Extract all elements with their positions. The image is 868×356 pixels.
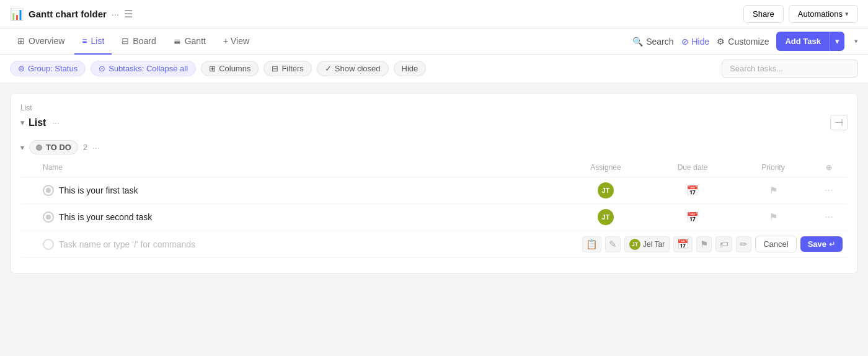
share-button[interactable]: Share: [743, 5, 784, 23]
columns-icon: ⊞: [209, 64, 216, 73]
collapse-icon[interactable]: ⊣: [830, 115, 848, 130]
overview-icon: ⊞: [17, 36, 25, 46]
status-group: ▾ TO DO 2 ··· Name Assignee Due date Pri…: [20, 140, 848, 258]
add-task-dropdown-button[interactable]: ▾: [830, 32, 844, 51]
tab-list[interactable]: ≡ List: [74, 29, 112, 55]
tab-board[interactable]: ⊟ Board: [114, 29, 163, 55]
status-count: 2: [83, 143, 87, 152]
search-label: Search: [646, 37, 673, 47]
nav-more-icon[interactable]: ▾: [854, 37, 858, 45]
new-task-action-flag[interactable]: ⚑: [696, 236, 712, 252]
tab-board-label: Board: [133, 36, 156, 46]
avatar-2[interactable]: JT: [598, 209, 614, 225]
customize-label: Customize: [728, 37, 769, 47]
due-date-icon-2[interactable]: 📅: [686, 211, 699, 223]
new-task-action-1[interactable]: 📋: [582, 236, 601, 252]
folder-dots-icon[interactable]: ···: [112, 9, 119, 19]
columns-chip[interactable]: ⊞ Columns: [201, 61, 259, 76]
save-button[interactable]: Save ↵: [800, 236, 843, 252]
due-date-cell-2: 📅: [649, 211, 736, 223]
save-label: Save: [808, 239, 826, 249]
status-badge: TO DO: [29, 140, 78, 154]
task-circle-1[interactable]: [43, 185, 54, 196]
search-icon: 🔍: [632, 37, 643, 47]
board-icon: ⊟: [122, 36, 129, 46]
priority-icon-2[interactable]: ⚑: [769, 211, 777, 223]
task-name-1[interactable]: This is your first task: [59, 185, 138, 195]
task-more-icon-1[interactable]: ···: [825, 185, 833, 196]
top-bar: 📊 Gantt chart folder ··· ☰ Share Automat…: [0, 0, 868, 29]
new-task-action-tag[interactable]: 🏷: [715, 236, 732, 252]
filters-chip[interactable]: ⊟ Filters: [264, 61, 311, 76]
add-task-button[interactable]: Add Task: [776, 32, 830, 51]
table-row: This is your second task JT 📅 ⚑ ···: [20, 204, 848, 231]
nav-tabs: ⊞ Overview ≡ List ⊟ Board ≣ Gantt + View…: [0, 29, 868, 55]
show-closed-label: Show closed: [335, 64, 381, 73]
list-container: List ▾ List ··· ⊣ ▾ TO DO 2 ·: [10, 93, 858, 274]
tab-list-label: List: [91, 36, 105, 46]
add-task-chevron-icon: ▾: [835, 37, 839, 46]
priority-cell-1: ⚑: [736, 185, 810, 196]
show-closed-chip[interactable]: ✓ Show closed: [317, 61, 389, 76]
filters-label: Filters: [281, 64, 303, 73]
task-circle-inner-2: [46, 215, 51, 220]
task-circle-2[interactable]: [43, 211, 54, 223]
status-more-icon[interactable]: ···: [92, 143, 100, 153]
tab-add-view[interactable]: + View: [216, 29, 257, 55]
search-tasks-input[interactable]: [722, 60, 858, 78]
group-status-chip[interactable]: ⊚ Group: Status: [10, 61, 86, 76]
task-name-cell-1: This is your first task: [43, 185, 562, 196]
customize-icon: ⚙: [717, 37, 725, 47]
list-header-label: List: [20, 104, 848, 112]
group-status-label: Group: Status: [28, 64, 78, 73]
hide-action[interactable]: ⊘ Hide: [681, 32, 710, 51]
new-task-assignee[interactable]: JT Jel Tar: [624, 236, 670, 252]
status-dot: [36, 145, 42, 151]
cancel-button[interactable]: Cancel: [755, 236, 796, 252]
avatar-1[interactable]: JT: [598, 182, 614, 198]
show-closed-icon: ✓: [325, 64, 332, 73]
new-task-input[interactable]: [59, 239, 282, 249]
col-add-header[interactable]: ⊕: [810, 163, 848, 172]
hide-toolbar-label: Hide: [402, 64, 418, 73]
new-task-action-due[interactable]: 📅: [673, 236, 693, 252]
tab-add-view-label: + View: [223, 36, 249, 46]
nav-tabs-left: ⊞ Overview ≡ List ⊟ Board ≣ Gantt + View: [10, 29, 257, 54]
toolbar: ⊚ Group: Status ⊙ Subtasks: Collapse all…: [0, 55, 868, 83]
list-dots-icon[interactable]: ···: [52, 118, 60, 128]
automations-label: Automations: [798, 9, 843, 19]
hide-label: Hide: [692, 37, 710, 47]
priority-icon-1[interactable]: ⚑: [769, 185, 777, 196]
col-assignee-header: Assignee: [562, 163, 649, 172]
menu-icon[interactable]: ☰: [124, 8, 133, 20]
col-name-header: Name: [43, 163, 562, 172]
add-task-wrapper: Add Task ▾: [776, 32, 844, 51]
task-more-icon-2[interactable]: ···: [825, 211, 833, 223]
assignee-cell-2: JT: [562, 209, 649, 225]
toolbar-left: ⊚ Group: Status ⊙ Subtasks: Collapse all…: [10, 61, 426, 76]
hide-chip[interactable]: Hide: [394, 61, 427, 76]
status-header: ▾ TO DO 2 ···: [20, 140, 848, 154]
new-task-action-2[interactable]: ✎: [605, 236, 621, 252]
status-chevron-icon[interactable]: ▾: [20, 143, 24, 152]
tab-overview[interactable]: ⊞ Overview: [10, 29, 72, 55]
search-action[interactable]: 🔍 Search: [632, 32, 673, 51]
tab-gantt-label: Gantt: [185, 36, 206, 46]
col-priority-header: Priority: [736, 163, 810, 172]
new-task-left: [43, 239, 582, 250]
automations-button[interactable]: Automations ▾: [789, 5, 858, 23]
task-name-2[interactable]: This is your second task: [59, 212, 152, 222]
actions-cell-2: ···: [810, 211, 848, 223]
subtasks-chip[interactable]: ⊙ Subtasks: Collapse all: [91, 61, 196, 76]
task-name-cell-2: This is your second task: [43, 211, 562, 223]
new-task-assignee-avatar: JT: [629, 239, 640, 250]
new-task-action-edit[interactable]: ✏: [736, 236, 751, 252]
nav-tabs-right: 🔍 Search ⊘ Hide ⚙ Customize Add Task ▾ ▾: [632, 32, 858, 51]
list-chevron-icon[interactable]: ▾: [20, 118, 25, 127]
tab-gantt[interactable]: ≣ Gantt: [166, 29, 213, 55]
customize-action[interactable]: ⚙ Customize: [717, 32, 769, 51]
due-date-icon-1[interactable]: 📅: [686, 185, 699, 197]
new-task-circle: [43, 239, 54, 250]
list-title-row: ▾ List ··· ⊣: [20, 115, 848, 130]
automations-chevron-icon: ▾: [845, 10, 849, 18]
